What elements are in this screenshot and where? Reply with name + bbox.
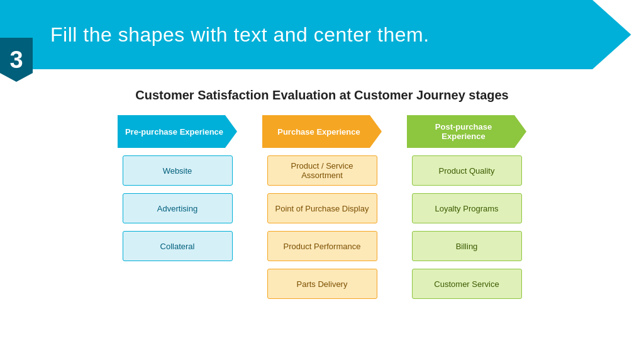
column-purchase: Purchase Experience Product / Service As… <box>259 115 385 299</box>
item-product-service-assortment: Product / Service Assortment <box>267 155 377 186</box>
item-collateral: Collateral <box>123 231 233 261</box>
columns-container: Pre-purchase Experience Website Advertis… <box>25 115 619 299</box>
col-header-pre-purchase: Pre-purchase Experience <box>118 115 237 148</box>
item-advertising: Advertising <box>123 193 233 223</box>
step-number-badge: 3 <box>0 38 33 82</box>
item-parts-delivery: Parts Delivery <box>267 269 377 299</box>
item-website: Website <box>123 155 233 186</box>
header-banner: Fill the shapes with text and center the… <box>0 0 644 69</box>
col-header-post-purchase: Post-purchase Experience <box>407 115 526 148</box>
item-customer-service: Customer Service <box>412 269 522 299</box>
col-header-post-purchase-label: Post-purchase Experience <box>413 122 514 141</box>
step-number: 3 <box>9 47 23 74</box>
col-header-purchase: Purchase Experience <box>262 115 382 148</box>
item-loyalty-programs: Loyalty Programs <box>412 193 522 223</box>
header-title: Fill the shapes with text and center the… <box>50 23 430 47</box>
section-title: Customer Satisfaction Evaluation at Cust… <box>25 88 619 103</box>
col-header-purchase-label: Purchase Experience <box>277 127 360 137</box>
column-pre-purchase: Pre-purchase Experience Website Advertis… <box>114 115 240 261</box>
col-header-pre-purchase-label: Pre-purchase Experience <box>125 127 223 137</box>
item-product-performance: Product Performance <box>267 231 377 261</box>
item-point-of-purchase-display: Point of Purchase Display <box>267 193 377 223</box>
item-billing: Billing <box>412 231 522 261</box>
column-post-purchase: Post-purchase Experience Product Quality… <box>404 115 530 299</box>
item-product-quality: Product Quality <box>412 155 522 186</box>
main-content: Customer Satisfaction Evaluation at Cust… <box>0 82 644 348</box>
